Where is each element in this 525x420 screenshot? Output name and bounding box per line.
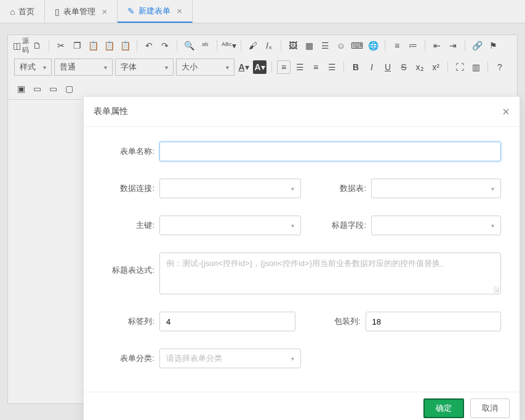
modal-title: 表单属性 [94,106,128,117]
cancel-button[interactable]: 取消 [470,398,510,418]
label-label-col: 标签列: [102,316,154,327]
label-title-expr: 标题表达式: [102,252,154,276]
modal-header: 表单属性 × [84,97,519,127]
label-data-conn: 数据连接: [102,183,154,194]
title-field-select[interactable]: ▾ [371,216,501,235]
data-conn-select[interactable]: ▾ [159,179,301,198]
form-name-input[interactable] [159,142,501,161]
close-icon[interactable]: × [502,105,510,118]
data-table-select[interactable]: ▾ [371,179,501,198]
label-title-field: 标题字段: [323,220,366,231]
ok-button[interactable]: 确定 [423,398,464,418]
resize-handle-icon[interactable] [493,286,499,293]
category-select[interactable]: 请选择表单分类 ▾ [159,349,301,368]
label-form-name: 表单名称: [102,146,154,157]
label-category: 表单分类: [102,353,154,364]
primary-key-select[interactable]: ▾ [159,216,301,235]
label-col-input[interactable] [159,312,295,331]
label-wrap-col: 包装列: [318,316,361,327]
wrap-col-input[interactable] [366,312,502,331]
modal-footer: 确定 取消 [84,392,519,420]
title-expr-textarea[interactable]: 例：测试-{json<控件id>}，{json<控件id>}用当前业务数据对应的… [159,252,501,294]
label-data-table: 数据表: [323,183,366,194]
form-properties-modal: 表单属性 × 表单名称: 数据连接: ▾ 数据表: ▾ 主键: ▾ 标题字段: … [83,96,520,420]
label-primary-key: 主键: [102,220,154,231]
